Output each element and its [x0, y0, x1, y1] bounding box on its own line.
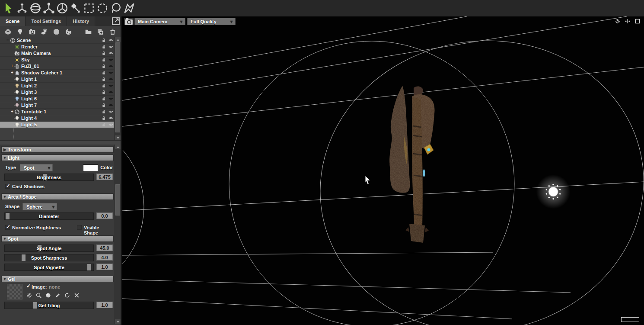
expand-plus[interactable]: + — [10, 71, 14, 75]
tree-row-fuzi-01[interactable]: + FuZi_01 — [0, 63, 114, 70]
gel-edit-button[interactable] — [54, 292, 61, 299]
lock-icon[interactable] — [101, 38, 106, 43]
spot-angle-slider[interactable]: Spot Angle — [4, 245, 94, 252]
tree-row-shadow-catcher-1[interactable]: + Shadow Catcher 1 — [0, 70, 114, 76]
cast-shadows-checkbox[interactable]: ✓ — [5, 184, 10, 189]
spot-section-header[interactable]: ▼ Spot — [1, 235, 114, 242]
eye-icon[interactable] — [108, 38, 114, 43]
camera-select[interactable]: Main Camera — [134, 18, 185, 25]
light-type-dropdown[interactable]: Spot — [20, 164, 53, 171]
add-camera-button[interactable] — [29, 28, 36, 35]
slider-handle[interactable] — [22, 254, 26, 261]
visible-shape-checkbox[interactable] — [77, 225, 82, 230]
tree-row-light-1[interactable]: Light 1 — [0, 76, 114, 83]
tree-scrollbar[interactable] — [115, 37, 120, 140]
scroll-up-icon[interactable] — [115, 145, 121, 149]
slider-handle[interactable] — [33, 302, 37, 309]
scroll-thumb[interactable] — [115, 42, 120, 132]
lock-icon[interactable] — [101, 70, 106, 75]
delete-button[interactable] — [109, 28, 116, 35]
scale-tool-button[interactable] — [43, 2, 55, 15]
transform-tool-button[interactable] — [56, 2, 68, 15]
lock-icon[interactable] — [101, 90, 106, 95]
gel-image-checkbox[interactable]: ✓ — [26, 285, 31, 290]
viewport-maximize-button[interactable] — [634, 18, 641, 24]
slider-handle[interactable] — [87, 264, 91, 270]
scroll-down-icon[interactable] — [115, 135, 121, 140]
scroll-down-icon[interactable] — [115, 319, 121, 324]
eye-icon[interactable] — [108, 122, 114, 127]
add-material-button[interactable] — [65, 28, 72, 35]
spot-vignette-value[interactable]: 1.0 — [96, 264, 113, 270]
poly-lasso-tool-button[interactable] — [123, 2, 135, 15]
add-mesh-button[interactable] — [4, 28, 12, 35]
gel-clear-button[interactable] — [73, 292, 80, 299]
collapse-expander[interactable]: − — [6, 38, 10, 42]
eye-icon[interactable] — [108, 90, 114, 95]
gel-settings-button[interactable] — [26, 292, 32, 299]
normalize-brightness-checkbox[interactable]: ✓ — [5, 225, 10, 230]
tree-row-main-camera[interactable]: Main Camera — [0, 50, 114, 57]
slider-handle[interactable] — [6, 213, 10, 219]
lock-icon[interactable] — [101, 109, 106, 114]
panel-popout-button[interactable] — [111, 16, 121, 26]
tree-row-render[interactable]: Render — [0, 44, 114, 50]
tree-row-light-2[interactable]: Light 2 — [0, 83, 114, 89]
lock-icon[interactable] — [101, 57, 106, 62]
add-sky-button[interactable] — [41, 28, 48, 35]
eye-icon[interactable] — [108, 103, 114, 108]
lock-icon[interactable] — [101, 103, 106, 108]
lock-icon[interactable] — [101, 64, 106, 69]
eye-icon[interactable] — [108, 83, 114, 88]
eye-icon[interactable] — [108, 70, 114, 75]
eye-icon[interactable] — [108, 109, 114, 114]
diameter-slider[interactable]: Diameter — [4, 212, 94, 220]
select-tool-button[interactable] — [3, 2, 15, 15]
lock-icon[interactable] — [101, 44, 106, 49]
spot-sharpness-value[interactable]: 4.0 — [96, 254, 113, 261]
marquee-ellipse-tool-button[interactable] — [96, 2, 108, 15]
tab-history[interactable]: History — [67, 16, 95, 26]
duplicate-button[interactable] — [97, 28, 104, 35]
spot-light-gizmo[interactable] — [544, 182, 563, 201]
add-primitive-button[interactable] — [53, 28, 60, 35]
tree-row-scene[interactable]: − Scene — [0, 37, 114, 44]
tab-tool-settings[interactable]: Tool Settings — [26, 16, 67, 26]
brightness-value[interactable]: 6.475 — [96, 174, 113, 180]
tree-row-turntable-1[interactable]: + Turntable 1 — [0, 109, 114, 115]
expand-plus[interactable]: + — [10, 64, 14, 68]
lock-icon[interactable] — [101, 122, 106, 127]
add-folder-button[interactable] — [85, 28, 92, 35]
tree-row-light-5[interactable]: Light 5 — [0, 122, 114, 128]
eye-icon[interactable] — [108, 64, 114, 69]
gel-tiling-slider[interactable]: Gel Tiling — [4, 302, 94, 309]
move-tool-button[interactable] — [16, 2, 28, 15]
shape-dropdown[interactable]: Sphere — [22, 203, 57, 210]
viewport-camera-button[interactable] — [124, 18, 134, 25]
quality-select[interactable]: Full Quality — [187, 18, 236, 25]
properties-scrollbar[interactable] — [115, 145, 120, 324]
transform-section-header[interactable]: ▶ Transform — [1, 146, 114, 153]
lock-icon[interactable] — [101, 51, 106, 56]
tree-row-light-6[interactable]: Light 6 — [0, 96, 114, 102]
scroll-up-icon[interactable] — [115, 37, 121, 42]
tree-row-light-4[interactable]: Light 4 — [0, 115, 114, 122]
eye-icon[interactable] — [108, 44, 114, 49]
lasso-tool-button[interactable] — [110, 2, 122, 15]
brightness-slider[interactable]: Brightness — [4, 174, 94, 181]
eye-icon[interactable] — [108, 51, 114, 56]
lock-icon[interactable] — [101, 77, 106, 82]
light-color-swatch[interactable] — [83, 164, 98, 172]
viewport-3d[interactable]: Main Camera Full Quality — [122, 16, 644, 325]
marquee-rect-tool-button[interactable] — [83, 2, 95, 15]
gel-browse-button[interactable] — [35, 292, 42, 299]
gel-reload-button[interactable] — [64, 292, 70, 299]
scroll-thumb[interactable] — [115, 184, 120, 216]
diameter-value[interactable]: 0.0 — [96, 212, 113, 219]
gel-section-header[interactable]: ▼ Gel — [1, 276, 114, 282]
tab-scene[interactable]: Scene — [0, 16, 26, 26]
rotate-tool-button[interactable] — [29, 2, 41, 15]
lock-icon[interactable] — [101, 96, 106, 101]
lock-icon[interactable] — [101, 116, 106, 121]
gel-tiling-value[interactable]: 1.0 — [96, 302, 113, 308]
